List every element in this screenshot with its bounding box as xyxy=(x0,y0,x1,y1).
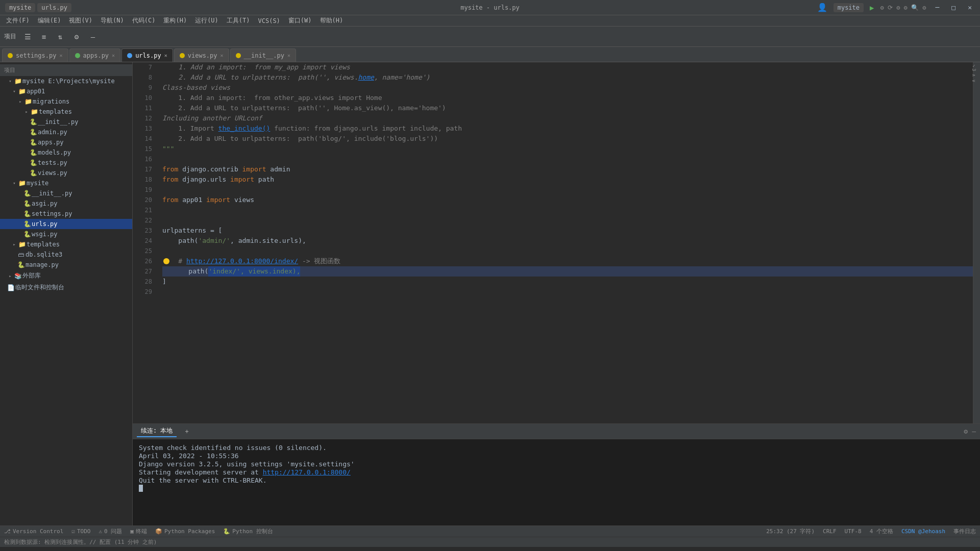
tree-item-external-libs[interactable]: ▸ 📚 外部库 xyxy=(0,270,132,282)
status-bar: ⎇ Version Control ☑ TODO ⚠ 0 问题 ▣ 终端 📦 P… xyxy=(0,525,980,537)
status-python-console[interactable]: 🐍 Python 控制台 xyxy=(223,528,273,535)
tree-label-init-mysite: __init__.py xyxy=(32,190,72,197)
tab-urls-py[interactable]: urls.py ✕ xyxy=(121,48,173,62)
menu-help[interactable]: 帮助(H) xyxy=(316,15,348,26)
tab-close-settings[interactable]: ✕ xyxy=(59,53,62,58)
console-icon: 🐍 xyxy=(223,528,230,535)
tree-item-mysite-pkg[interactable]: ▾ 📁 mysite xyxy=(0,178,132,188)
menu-edit[interactable]: 编辑(E) xyxy=(34,15,65,26)
tab-init-py[interactable]: __init__.py ✕ xyxy=(230,48,297,62)
code-kw-import-1: import xyxy=(242,164,271,174)
ln-28: 28 xyxy=(133,277,152,287)
menu-window[interactable]: 窗口(W) xyxy=(284,15,316,26)
tree-item-db[interactable]: 🗃 db.sqlite3 xyxy=(0,249,132,260)
toolbar-sort-icon[interactable]: ⇅ xyxy=(53,30,67,44)
status-todo[interactable]: ☑ TODO xyxy=(71,528,90,535)
code-link-26[interactable]: http://127.0.0.1:8000/index/ xyxy=(186,256,298,266)
profile-icon[interactable]: 👤 xyxy=(817,3,827,12)
ln-16: 16 xyxy=(133,154,152,164)
file-icon-apps: 🐍 xyxy=(30,139,37,146)
menu-run[interactable]: 运行(U) xyxy=(191,15,223,26)
terminal-minimize-icon[interactable]: — xyxy=(972,428,976,435)
tree-item-tests[interactable]: 🐍 tests.py xyxy=(0,158,132,168)
terminal-header: 续连: 本地 + ⚙ — xyxy=(133,424,980,439)
tab-icon-init xyxy=(236,53,241,58)
terminal-settings-icon[interactable]: ⚙ xyxy=(964,428,968,435)
tree-item-manage[interactable]: 🐍 manage.py xyxy=(0,260,132,270)
toolbar-layout-icon[interactable]: ☰ xyxy=(20,30,35,44)
tree-item-urls[interactable]: 🐍 urls.py xyxy=(0,219,132,229)
code-text-13: 1. Import the_include() function: from d… xyxy=(162,123,462,134)
terminal-server-url[interactable]: http://127.0.0.1:8000/ xyxy=(263,468,351,476)
tab-close-views[interactable]: ✕ xyxy=(220,53,224,58)
status-encoding[interactable]: UTF-8 xyxy=(845,528,862,535)
status-version-control[interactable]: ⎇ Version Control xyxy=(4,528,63,535)
menu-navigate[interactable]: 导航(N) xyxy=(96,15,128,26)
menu-code[interactable]: 代码(C) xyxy=(128,15,160,26)
tree-item-migrations[interactable]: ▸ 📁 migrations xyxy=(0,96,132,107)
status-line-ending[interactable]: CRLF xyxy=(823,528,837,535)
tab-close-apps[interactable]: ✕ xyxy=(112,53,115,58)
editor-scrollbar[interactable]: ✓3 ∧ ∨ xyxy=(973,62,980,423)
tree-label-manage: manage.py xyxy=(26,261,59,268)
code-text-8: 2. Add a URL to urlpatterns: path('', vi… xyxy=(162,72,430,83)
status-notification[interactable]: 事件日志 xyxy=(953,528,976,535)
status-indent[interactable]: 4 个空格 xyxy=(870,528,893,535)
file-icon-wsgi: 🐍 xyxy=(23,231,31,238)
code-editor[interactable]: 7 8 9 10 11 12 13 14 15 16 17 18 19 20 2… xyxy=(133,62,980,423)
ln-29: 29 xyxy=(133,287,152,297)
status-terminal-btn[interactable]: ▣ 终端 xyxy=(130,528,147,535)
tree-item-templates-root[interactable]: ▸ 📁 templates xyxy=(0,239,132,249)
tree-item-app01[interactable]: ▾ 📁 app01 xyxy=(0,86,132,96)
terminal-tab-local[interactable]: 续连: 本地 xyxy=(137,425,177,437)
bottom-message: 检测到数据源: 检测到连接属性。// 配置 (11 分钟 之前) xyxy=(4,538,157,546)
tab-close-urls[interactable]: ✕ xyxy=(164,53,167,58)
tree-item-settings[interactable]: 🐍 settings.py xyxy=(0,209,132,219)
tree-item-templates-app01[interactable]: ▸ 📁 templates xyxy=(0,107,132,117)
toolbar-collapse-icon[interactable]: — xyxy=(86,30,100,44)
close-btn[interactable]: ✕ xyxy=(965,4,975,11)
menu-tools[interactable]: 工具(T) xyxy=(223,15,254,26)
title-tab-mysite[interactable]: mysite xyxy=(5,3,35,12)
tree-item-scratch[interactable]: 📄 临时文件和控制台 xyxy=(0,282,132,293)
terminal-controls: ⚙ — xyxy=(964,428,976,435)
menu-vcs[interactable]: VCS(S) xyxy=(254,16,284,26)
tab-apps-py[interactable]: apps.py ✕ xyxy=(69,48,121,62)
tree-item-views-app01[interactable]: 🐍 views.py xyxy=(0,168,132,178)
toolbar-list-icon[interactable]: ≡ xyxy=(37,30,51,44)
run-icon[interactable]: ▶ xyxy=(870,4,874,12)
tree-item-init-mysite[interactable]: 🐍 __init__.py xyxy=(0,188,132,198)
ln-21: 21 xyxy=(133,205,152,215)
folder-icon-migrations: 📁 xyxy=(24,98,32,105)
ln-25: 25 xyxy=(133,246,152,256)
tree-item-init-app01[interactable]: 🐍 __init__.py xyxy=(0,117,132,127)
code-text-12: Including another URLconf xyxy=(162,113,262,123)
tree-item-models[interactable]: 🐍 models.py xyxy=(0,147,132,158)
code-kw-from-1: from xyxy=(162,164,182,174)
project-selector[interactable]: mysite xyxy=(834,3,864,12)
toolbar-settings-icon[interactable]: ⚙ xyxy=(69,30,84,44)
maximize-btn[interactable]: □ xyxy=(948,4,959,11)
tab-settings-py[interactable]: settings.py ✕ xyxy=(2,48,68,62)
status-problems[interactable]: ⚠ 0 问题 xyxy=(99,528,122,535)
tab-views-py[interactable]: views.py ✕ xyxy=(174,48,229,62)
tree-item-apps[interactable]: 🐍 apps.py xyxy=(0,137,132,147)
tree-item-wsgi[interactable]: 🐍 wsgi.py xyxy=(0,229,132,239)
toolbar-extra-icons: ⚙ ⟳ ⚙ ⚙ 🔍 ⚙ xyxy=(880,4,926,11)
code-text-10: 1. Add an import: from other_app.views i… xyxy=(162,93,382,103)
minimize-btn[interactable]: ─ xyxy=(933,4,943,11)
status-branch[interactable]: CSDN @Jehoash xyxy=(901,528,945,535)
tree-item-mysite-root[interactable]: ▾ 📁 mysite E:\Projects\mysite xyxy=(0,76,132,86)
tab-close-init[interactable]: ✕ xyxy=(287,53,290,58)
code-line-23: urlpatterns = [ xyxy=(162,226,973,236)
terminal-tab-add[interactable]: + xyxy=(181,427,192,436)
tree-item-asgi[interactable]: 🐍 asgi.py xyxy=(0,198,132,209)
tree-arrow-root: ▾ xyxy=(7,79,13,84)
status-line-col[interactable]: 25:32 (27 字符) xyxy=(766,528,815,535)
menu-file[interactable]: 文件(F) xyxy=(2,15,34,26)
menu-view[interactable]: 视图(V) xyxy=(65,15,96,26)
title-tab-project[interactable]: urls.py xyxy=(37,3,71,12)
status-python-packages[interactable]: 📦 Python Packages xyxy=(155,528,215,535)
menu-refactor[interactable]: 重构(H) xyxy=(159,15,191,26)
tree-item-admin[interactable]: 🐍 admin.py xyxy=(0,127,132,137)
